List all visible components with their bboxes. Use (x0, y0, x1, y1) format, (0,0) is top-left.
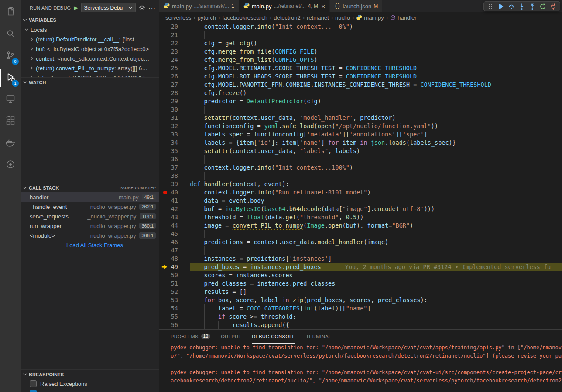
code-line-26[interactable]: 26 cfg.MODEL.ROI_HEADS.SCORE_THRESH_TEST… (159, 72, 562, 81)
panel-tab-debug-console[interactable]: DEBUG CONSOLE (252, 330, 295, 344)
gutter[interactable]: 55 (159, 313, 190, 321)
debug-config-dropdown[interactable]: Serverless Debu (81, 3, 136, 12)
gutter[interactable]: 38 (159, 172, 190, 180)
stack-frame-run_wrapper[interactable]: run_wrapper_nuclio_wrapper.py360:1 (21, 221, 159, 231)
breadcrumb-item-retinanet[interactable]: retinanet (307, 14, 329, 21)
gutter[interactable]: 27 (159, 81, 190, 89)
gutter[interactable]: 21 (159, 31, 190, 39)
breadcrumb-item-main.py[interactable]: main.py (356, 14, 384, 21)
activity-item-remote-explorer[interactable] (0, 89, 21, 111)
gutter[interactable]: 47 (159, 246, 190, 255)
code-line-24[interactable]: 24 cfg.merge_from_list(CONFIG_OPTS) (159, 56, 562, 64)
code-line-45[interactable]: 45 (159, 230, 562, 238)
gutter[interactable]: 35 (159, 147, 190, 155)
breakpoint-row[interactable]: Raised Exceptions (21, 379, 159, 389)
restart-button[interactable] (538, 2, 548, 11)
load-all-stack-frames-link[interactable]: Load All Stack Frames (21, 240, 159, 250)
stack-frame-handler[interactable]: handlermain.py49:1 (21, 192, 159, 202)
breakpoint-dot[interactable] (163, 191, 167, 194)
code-line-22[interactable]: 22 cfg = get_cfg() (159, 39, 562, 48)
tab-launch.json[interactable]: {}launch.jsonM (330, 0, 383, 12)
gutter[interactable]: 44 (159, 222, 190, 230)
code-line-35[interactable]: 35 setattr(context.user_data, "labels", … (159, 147, 562, 155)
gutter[interactable]: 41 (159, 197, 190, 205)
code-line-55[interactable]: 55 if score >= threshold: (159, 313, 562, 321)
gutter[interactable]: 43 (159, 213, 190, 222)
code-line-27[interactable]: 27 cfg.MODEL.PANOPTIC_FPN.COMBINE.INSTAN… (159, 81, 562, 89)
breadcrumb-item-detectron2[interactable]: detectron2 (274, 14, 300, 21)
variable-row[interactable]: context: <nuclio_sdk.context.Context obj… (21, 54, 159, 63)
checkbox[interactable] (30, 390, 37, 392)
code-line-44[interactable]: 44 image = convert_PIL_to_numpy(Image.op… (159, 222, 562, 230)
gutter[interactable]: 52 (159, 288, 190, 296)
gutter[interactable]: 31 (159, 114, 190, 122)
checkbox[interactable] (30, 380, 37, 387)
gutter[interactable]: 39 (159, 180, 190, 188)
activity-item-explorer[interactable] (0, 2, 21, 24)
watch-section-header[interactable]: WATCH (21, 77, 159, 87)
stack-frame-<module>[interactable]: <module>_nuclio_wrapper.py366:1 (21, 231, 159, 240)
gutter[interactable]: 32 (159, 122, 190, 130)
gutter[interactable]: 26 (159, 72, 190, 81)
code-line-29[interactable]: 29 predictor = DefaultPredictor(cfg) (159, 97, 562, 106)
code-line-47[interactable]: 47 (159, 246, 562, 255)
gutter[interactable]: 22 (159, 39, 190, 48)
panel-tab-terminal[interactable]: TERMINAL (306, 330, 331, 344)
code-line-25[interactable]: 25 cfg.MODEL.RETINANET.SCORE_THRESH_TEST… (159, 64, 562, 72)
gutter[interactable]: 23 (159, 48, 190, 56)
code-line-42[interactable]: 42 buf = io.BytesIO(base64.b64decode(dat… (159, 205, 562, 213)
code-line-23[interactable]: 23 cfg.merge_from_file(CONFIG_FILE) (159, 48, 562, 56)
gutter[interactable]: 46 (159, 238, 190, 246)
gutter[interactable]: 48 (159, 255, 190, 263)
code-line-46[interactable]: 46 predictions = context.user_data.model… (159, 238, 562, 246)
gutter[interactable]: 30 (159, 106, 190, 114)
call-stack-section-header[interactable]: CALL STACK PAUSED ON STEP (21, 183, 159, 192)
breadcrumb-item-pytorch[interactable]: pytorch (198, 14, 216, 21)
code-line-50[interactable]: 50 scores = instances.scores (159, 271, 562, 280)
gutter[interactable]: 29 (159, 97, 190, 106)
activity-item-search[interactable] (0, 24, 21, 45)
code-line-30[interactable]: 30 (159, 106, 562, 114)
code-line-32[interactable]: 32 functionconfig = yaml.safe_load(open(… (159, 122, 562, 130)
close-icon[interactable]: × (321, 3, 325, 10)
variable-row[interactable]: buf: <_io.BytesIO object at 0x7f5a2dc1ec… (21, 44, 159, 54)
gutter[interactable]: 53 (159, 296, 190, 304)
code-line-21[interactable]: 21 (159, 31, 562, 39)
gutter[interactable]: 54 (159, 304, 190, 313)
code-editor[interactable]: 20 context.logger.info("Init context... … (159, 23, 562, 329)
tab-main.py[interactable]: main.py.../retinanet/...4, M× (239, 0, 330, 12)
code-line-38[interactable]: 38 (159, 172, 562, 180)
code-line-56[interactable]: 56 results.append({ (159, 321, 562, 329)
activity-item-extensions[interactable] (0, 111, 21, 133)
activity-item-docker[interactable] (0, 133, 21, 154)
activity-item-run-and-debug[interactable]: 1 (0, 67, 21, 89)
more-actions-icon[interactable]: ··· (148, 4, 156, 11)
gutter[interactable]: 37 (159, 164, 190, 172)
gutter[interactable]: 49 (159, 263, 190, 271)
breakpoints-section-header[interactable]: BREAKPOINTS (21, 369, 159, 379)
variable-row[interactable]: (return) DefaultPredictor.__call__: {'in… (21, 34, 159, 44)
code-line-51[interactable]: 51 pred_classes = instances.pred_classes (159, 280, 562, 288)
gutter[interactable]: 40 (159, 188, 190, 197)
code-line-28[interactable]: 28 cfg.freeze() (159, 89, 562, 97)
variable-row[interactable]: data: {'image': 'iVBORw0KGgoAAAANSUhE… (21, 73, 159, 77)
code-line-33[interactable]: 33 labels_spec = functionconfig['metadat… (159, 130, 562, 139)
breadcrumb-item-nuclio[interactable]: nuclio (335, 14, 350, 21)
code-line-31[interactable]: 31 setattr(context.user_data, 'model_han… (159, 114, 562, 122)
breadcrumb-item-handler[interactable]: handler (390, 14, 416, 21)
step-into-button[interactable] (517, 2, 527, 11)
gutter[interactable]: 51 (159, 280, 190, 288)
gutter[interactable]: 25 (159, 64, 190, 72)
gutter[interactable]: 42 (159, 205, 190, 213)
gutter[interactable]: 45 (159, 230, 190, 238)
activity-item-circle-plugin[interactable] (0, 154, 21, 176)
code-line-40[interactable]: 40 context.logger.info("Run retinanet-R1… (159, 188, 562, 197)
activity-item-source-control[interactable]: 8 (0, 45, 21, 67)
tab-main.py[interactable]: main.py.../siammask/...1 (159, 0, 239, 12)
gutter[interactable]: 50 (159, 271, 190, 280)
gutter[interactable]: 28 (159, 89, 190, 97)
gutter[interactable]: 24 (159, 56, 190, 64)
code-line-53[interactable]: 53 for box, score, label in zip(pred_box… (159, 296, 562, 304)
continue-button[interactable] (496, 2, 506, 11)
variables-section-header[interactable]: VARIABLES (21, 15, 159, 25)
